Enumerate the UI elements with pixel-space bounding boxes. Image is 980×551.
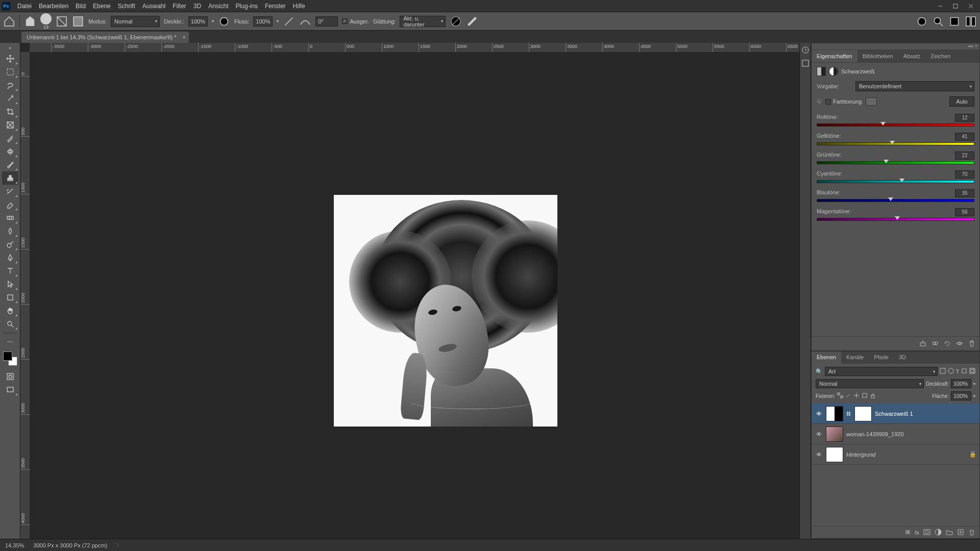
tool-preset-icon[interactable]: [24, 15, 36, 28]
image-canvas[interactable]: [334, 195, 557, 427]
visibility-toggle[interactable]: 👁: [815, 411, 823, 417]
crop-tool[interactable]: [2, 105, 18, 118]
color-swatches[interactable]: [3, 352, 17, 366]
new-adjustment-icon[interactable]: [935, 529, 942, 537]
lock-all-icon[interactable]: [870, 392, 876, 399]
maximize-button[interactable]: [948, 2, 963, 11]
slider-value[interactable]: 56: [955, 208, 974, 216]
layer-fx-icon[interactable]: fx: [915, 530, 919, 536]
slider-handle[interactable]: [888, 197, 893, 204]
layer-name[interactable]: woman-1439909_1920: [846, 431, 976, 437]
slider-track[interactable]: [817, 123, 974, 127]
visibility-toggle[interactable]: 👁: [815, 452, 823, 458]
menu-ansicht[interactable]: Ansicht: [208, 3, 228, 10]
filter-adj-icon[interactable]: [948, 368, 954, 375]
layer-thumb[interactable]: [826, 406, 843, 421]
menu-hilfe[interactable]: Hilfe: [293, 3, 305, 10]
menu-bearbeiten[interactable]: Bearbeiten: [39, 3, 68, 10]
slider-track[interactable]: [817, 218, 974, 221]
slider-value[interactable]: 41: [955, 133, 974, 141]
quickmask-icon[interactable]: [2, 370, 18, 383]
history-panel-icon[interactable]: [801, 46, 810, 54]
new-group-icon[interactable]: [946, 529, 953, 537]
cloud-icon[interactable]: [916, 15, 928, 28]
layers-tab[interactable]: Pfade: [869, 352, 894, 364]
slider-handle[interactable]: [880, 122, 886, 128]
layer-filter-dropdown[interactable]: Art: [825, 367, 938, 376]
blend-mode-dropdown[interactable]: Normal: [111, 16, 160, 27]
layer-row[interactable]: 👁woman-1439909_1920: [812, 424, 979, 444]
slider-track[interactable]: [817, 161, 974, 164]
zoom-tool[interactable]: [2, 317, 18, 331]
filter-smart-icon[interactable]: [969, 368, 975, 375]
auto-button[interactable]: Auto: [949, 96, 974, 107]
doc-info-arrow[interactable]: 〉: [116, 542, 121, 548]
brush-tool[interactable]: [2, 158, 18, 171]
filter-type-icon[interactable]: T: [956, 369, 959, 374]
menu-filter[interactable]: Filter: [173, 3, 186, 10]
link-layers-icon[interactable]: ⌘: [905, 529, 911, 536]
preset-dropdown[interactable]: Benutzerdefiniert: [855, 81, 974, 91]
properties-tab[interactable]: Bibliotheken: [857, 50, 898, 62]
slider-value[interactable]: 22: [955, 152, 974, 160]
slider-track[interactable]: [817, 142, 974, 145]
filter-pixel-icon[interactable]: [940, 368, 946, 375]
eraser-tool[interactable]: [2, 198, 18, 211]
move-tool[interactable]: [2, 52, 18, 65]
slider-value[interactable]: 12: [955, 114, 974, 122]
fill-input[interactable]: 100%: [951, 391, 971, 400]
color-panel-icon[interactable]: [801, 59, 810, 67]
delete-layer-icon[interactable]: [968, 529, 975, 537]
gradient-tool[interactable]: [2, 211, 18, 224]
document-tab[interactable]: Unbenannt-1 bei 14,3% (Schwarzweiß 1, Eb…: [21, 32, 189, 43]
layers-tab[interactable]: Ebenen: [812, 352, 841, 364]
slider-value[interactable]: 35: [955, 189, 974, 197]
search-icon[interactable]: 🔍: [816, 368, 823, 375]
type-tool[interactable]: [2, 264, 18, 278]
brush-panel-icon[interactable]: [72, 15, 84, 28]
history-brush-tool[interactable]: [2, 185, 18, 198]
menu-plug-ins[interactable]: Plug-ins: [236, 3, 258, 10]
delete-icon[interactable]: [968, 340, 975, 348]
close-button[interactable]: [964, 2, 978, 11]
visibility-toggle[interactable]: 👁: [815, 431, 823, 437]
panel-close-icon[interactable]: ×: [975, 43, 977, 49]
visibility-icon[interactable]: [956, 340, 963, 348]
layer-row[interactable]: 👁Hintergrund🔒: [812, 444, 979, 465]
layer-opacity-input[interactable]: 100%: [951, 379, 971, 388]
pen-tool[interactable]: [2, 251, 18, 264]
collapse-icon[interactable]: »: [2, 44, 18, 52]
lock-position-icon[interactable]: [853, 392, 860, 399]
clip-icon[interactable]: [919, 340, 926, 348]
link-icon[interactable]: ⛓: [846, 411, 851, 416]
menu-fenster[interactable]: Fenster: [265, 3, 286, 10]
search-icon[interactable]: [932, 15, 944, 28]
layer-name[interactable]: Hintergrund: [846, 452, 966, 458]
layer-row[interactable]: 👁⛓Schwarzweiß 1: [812, 404, 979, 424]
airbrush-icon[interactable]: [283, 15, 295, 28]
path-select-tool[interactable]: [2, 278, 18, 291]
layer-thumb[interactable]: [826, 447, 843, 462]
lock-icon[interactable]: 🔒: [969, 451, 976, 458]
stamp-tool[interactable]: [2, 171, 18, 185]
properties-tab[interactable]: Eigenschaften: [812, 50, 857, 62]
minimize-button[interactable]: [933, 2, 947, 11]
new-layer-icon[interactable]: [957, 529, 964, 537]
opacity-input[interactable]: 100%: [188, 16, 208, 27]
workspace-icon[interactable]: [965, 15, 977, 28]
aligned-checkbox[interactable]: ✓Ausger.: [342, 18, 369, 24]
edit-toolbar-icon[interactable]: ⋯: [2, 335, 18, 348]
flow-input[interactable]: 100%: [253, 16, 273, 27]
lock-paint-icon[interactable]: [845, 392, 851, 399]
zoom-level[interactable]: 14,35%: [5, 542, 24, 548]
slider-handle[interactable]: [895, 216, 900, 222]
frame-tool[interactable]: [2, 118, 18, 132]
menu-auswahl[interactable]: Auswahl: [142, 3, 165, 10]
smoothing-icon[interactable]: [299, 15, 311, 28]
add-mask-icon[interactable]: [923, 529, 930, 537]
pressure-opacity-icon[interactable]: [218, 15, 230, 28]
properties-tab[interactable]: Zeichen: [925, 50, 955, 62]
lock-artboard-icon[interactable]: [862, 392, 868, 399]
home-icon[interactable]: [3, 15, 15, 28]
collapse-left-icon[interactable]: ◂◂: [968, 43, 973, 49]
